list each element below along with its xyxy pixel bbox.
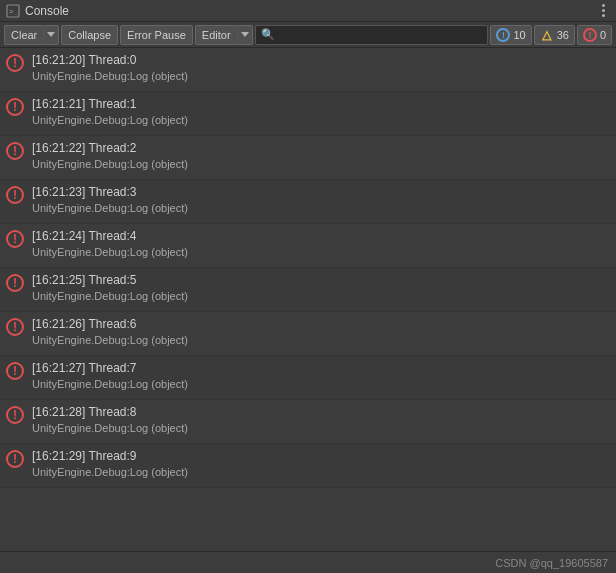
log-error-icon: ! — [6, 186, 24, 204]
search-input[interactable] — [255, 25, 489, 45]
log-text: [16:21:20] Thread:0UnityEngine.Debug:Log… — [32, 52, 188, 84]
warning-count: 36 — [557, 29, 569, 41]
log-item[interactable]: ![16:21:25] Thread:5UnityEngine.Debug:Lo… — [0, 268, 616, 312]
log-error-icon: ! — [6, 318, 24, 336]
chevron-down-icon — [47, 32, 55, 37]
error-pause-button[interactable]: Error Pause — [120, 25, 193, 45]
log-item[interactable]: ![16:21:24] Thread:4UnityEngine.Debug:Lo… — [0, 224, 616, 268]
log-item[interactable]: ![16:21:27] Thread:7UnityEngine.Debug:Lo… — [0, 356, 616, 400]
title-bar: >_ Console — [0, 0, 616, 22]
log-line2: UnityEngine.Debug:Log (object) — [32, 69, 188, 84]
log-text: [16:21:25] Thread:5UnityEngine.Debug:Log… — [32, 272, 188, 304]
info-badge-button[interactable]: ! 10 — [490, 25, 531, 45]
kebab-menu-icon — [602, 4, 605, 17]
clear-button[interactable]: Clear — [4, 25, 43, 45]
log-error-icon: ! — [6, 98, 24, 116]
log-line2: UnityEngine.Debug:Log (object) — [32, 157, 188, 172]
log-error-icon: ! — [6, 142, 24, 160]
clear-button-group: Clear — [4, 25, 59, 45]
log-text: [16:21:21] Thread:1UnityEngine.Debug:Log… — [32, 96, 188, 128]
svg-text:>_: >_ — [9, 7, 19, 16]
log-line1: [16:21:27] Thread:7 — [32, 360, 188, 377]
log-item[interactable]: ![16:21:20] Thread:0UnityEngine.Debug:Lo… — [0, 48, 616, 92]
log-area[interactable]: ![16:21:20] Thread:0UnityEngine.Debug:Lo… — [0, 48, 616, 551]
search-wrapper: 🔍 — [255, 25, 489, 45]
error-count: 0 — [600, 29, 606, 41]
log-error-icon: ! — [6, 54, 24, 72]
log-item[interactable]: ![16:21:29] Thread:9UnityEngine.Debug:Lo… — [0, 444, 616, 488]
log-item[interactable]: ![16:21:28] Thread:8UnityEngine.Debug:Lo… — [0, 400, 616, 444]
log-line2: UnityEngine.Debug:Log (object) — [32, 289, 188, 304]
toolbar: Clear Collapse Error Pause Editor 🔍 ! 10… — [0, 22, 616, 48]
log-line1: [16:21:29] Thread:9 — [32, 448, 188, 465]
log-line1: [16:21:25] Thread:5 — [32, 272, 188, 289]
log-error-icon: ! — [6, 362, 24, 380]
log-line1: [16:21:20] Thread:0 — [32, 52, 188, 69]
error-icon: ! — [583, 28, 597, 42]
log-item[interactable]: ![16:21:22] Thread:2UnityEngine.Debug:Lo… — [0, 136, 616, 180]
log-line2: UnityEngine.Debug:Log (object) — [32, 245, 188, 260]
collapse-button[interactable]: Collapse — [61, 25, 118, 45]
log-line2: UnityEngine.Debug:Log (object) — [32, 113, 188, 128]
info-count: 10 — [513, 29, 525, 41]
kebab-menu-button[interactable] — [596, 4, 610, 18]
log-line1: [16:21:26] Thread:6 — [32, 316, 188, 333]
log-error-icon: ! — [6, 406, 24, 424]
window-title: Console — [25, 4, 596, 18]
log-line2: UnityEngine.Debug:Log (object) — [32, 377, 188, 392]
log-line1: [16:21:21] Thread:1 — [32, 96, 188, 113]
log-line1: [16:21:23] Thread:3 — [32, 184, 188, 201]
warning-badge-button[interactable]: △ 36 — [534, 25, 575, 45]
log-item[interactable]: ![16:21:23] Thread:3UnityEngine.Debug:Lo… — [0, 180, 616, 224]
footer: CSDN @qq_19605587 — [0, 551, 616, 573]
editor-button[interactable]: Editor — [195, 25, 237, 45]
log-item[interactable]: ![16:21:21] Thread:1UnityEngine.Debug:Lo… — [0, 92, 616, 136]
warning-icon: △ — [540, 28, 554, 42]
log-item[interactable]: ![16:21:26] Thread:6UnityEngine.Debug:Lo… — [0, 312, 616, 356]
log-text: [16:21:22] Thread:2UnityEngine.Debug:Log… — [32, 140, 188, 172]
log-error-icon: ! — [6, 450, 24, 468]
log-line1: [16:21:24] Thread:4 — [32, 228, 188, 245]
chevron-down-icon — [241, 32, 249, 37]
watermark-text: CSDN @qq_19605587 — [495, 557, 608, 569]
editor-button-group: Editor — [195, 25, 253, 45]
log-line1: [16:21:28] Thread:8 — [32, 404, 188, 421]
log-text: [16:21:26] Thread:6UnityEngine.Debug:Log… — [32, 316, 188, 348]
log-line2: UnityEngine.Debug:Log (object) — [32, 465, 188, 480]
log-error-icon: ! — [6, 230, 24, 248]
clear-dropdown-button[interactable] — [43, 25, 59, 45]
log-text: [16:21:23] Thread:3UnityEngine.Debug:Log… — [32, 184, 188, 216]
log-line2: UnityEngine.Debug:Log (object) — [32, 201, 188, 216]
log-text: [16:21:27] Thread:7UnityEngine.Debug:Log… — [32, 360, 188, 392]
info-icon: ! — [496, 28, 510, 42]
log-line2: UnityEngine.Debug:Log (object) — [32, 333, 188, 348]
console-icon: >_ — [6, 4, 20, 18]
log-text: [16:21:29] Thread:9UnityEngine.Debug:Log… — [32, 448, 188, 480]
log-line2: UnityEngine.Debug:Log (object) — [32, 421, 188, 436]
error-badge-button[interactable]: ! 0 — [577, 25, 612, 45]
log-text: [16:21:28] Thread:8UnityEngine.Debug:Log… — [32, 404, 188, 436]
log-error-icon: ! — [6, 274, 24, 292]
log-text: [16:21:24] Thread:4UnityEngine.Debug:Log… — [32, 228, 188, 260]
log-line1: [16:21:22] Thread:2 — [32, 140, 188, 157]
editor-dropdown-button[interactable] — [237, 25, 253, 45]
